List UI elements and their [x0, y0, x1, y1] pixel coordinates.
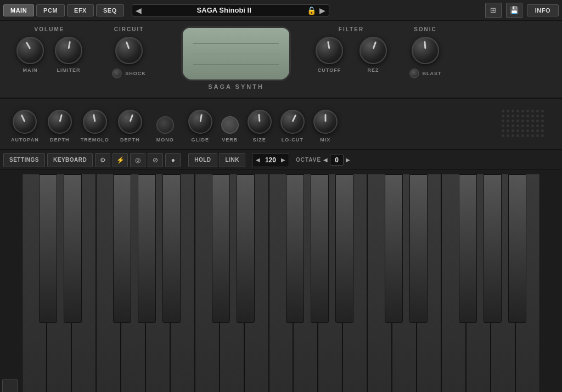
depth-label: DEPTH [50, 137, 70, 143]
limiter-knob[interactable] [55, 37, 82, 64]
grille-dot [526, 120, 529, 122]
main-volume-knob[interactable] [16, 37, 44, 64]
nav-seq[interactable]: SEQ [96, 4, 124, 16]
verb-label: VERB [222, 137, 238, 143]
octave-value: 0 [330, 155, 344, 166]
settings-button[interactable]: SETTINGS [3, 153, 45, 167]
grille-dot [502, 110, 504, 112]
nav-efx[interactable]: EFX [67, 4, 94, 16]
circuit-knob[interactable] [115, 37, 143, 64]
tempo-up-button[interactable]: ▶ [281, 157, 285, 163]
record-icon-button[interactable]: ● [165, 153, 181, 167]
black-key[interactable] [237, 174, 255, 323]
locut-label: LO-CUT [282, 137, 304, 143]
blast-led[interactable] [409, 69, 419, 78]
hold-link-area: HOLD LINK [188, 153, 245, 167]
slash-icon-button[interactable]: ⊘ [148, 153, 163, 167]
autopan-knob[interactable] [13, 110, 37, 134]
locut-group: LO-CUT [280, 110, 305, 143]
nav-pcm[interactable]: PCM [36, 4, 65, 16]
glide-label: GLIDE [191, 137, 209, 143]
grille-dot [526, 115, 529, 117]
pitch-button[interactable] [2, 379, 18, 392]
black-key[interactable] [409, 174, 428, 323]
autopan-group: AUTOPAN [11, 110, 39, 143]
black-key[interactable] [138, 174, 156, 323]
black-key[interactable] [484, 174, 502, 323]
octave-up-button[interactable]: ▶ [346, 157, 350, 163]
link-button[interactable]: LINK [220, 153, 245, 167]
pitch-mod-area [0, 170, 22, 392]
depth-group: DEPTH [48, 110, 72, 143]
keyboard-button[interactable]: KEYBOARD [47, 153, 93, 167]
glide-knob[interactable] [188, 110, 212, 134]
verb-led[interactable] [221, 116, 239, 134]
prev-preset-button[interactable]: ◀ [136, 6, 142, 15]
circuit-label: CIRCUIT [114, 26, 144, 32]
tremolo-knob[interactable] [83, 110, 107, 134]
tempo-down-button[interactable]: ◀ [256, 157, 260, 163]
rez-knob[interactable] [359, 37, 387, 64]
bluetooth-icon-button[interactable]: ⚡ [113, 153, 128, 167]
black-key[interactable] [286, 174, 304, 323]
main-volume-group: MAIN [16, 37, 44, 73]
black-key[interactable] [459, 174, 477, 323]
grille-dot [512, 110, 514, 112]
black-key[interactable] [113, 174, 131, 323]
limiter-label: LIMITER [57, 67, 81, 73]
hold-button[interactable]: HOLD [188, 153, 217, 167]
octave-down-button[interactable]: ◀ [323, 157, 328, 163]
circle-icon-button[interactable]: ◎ [130, 153, 145, 167]
grille-dot [502, 115, 504, 117]
rez-label: REZ [368, 67, 379, 73]
grille-dot [521, 124, 524, 127]
grille-dot [516, 115, 519, 117]
size-group: SIZE [248, 110, 272, 143]
black-key[interactable] [508, 174, 526, 323]
shock-led[interactable] [112, 69, 122, 78]
black-key[interactable] [335, 174, 353, 323]
cutoff-knob[interactable] [316, 37, 343, 64]
grille-dot [502, 134, 504, 137]
grille-dot [526, 110, 529, 112]
locut-knob[interactable] [280, 110, 305, 134]
black-key[interactable] [64, 174, 82, 323]
grille-dot [512, 129, 514, 132]
grille-dot [536, 115, 539, 117]
grille-dot [516, 129, 519, 132]
cutoff-label: CUTOFF [318, 67, 341, 73]
synth-middle: AUTOPAN DEPTH TREMOLO DEPTH MONO GLI [0, 99, 562, 150]
display-line-3 [193, 64, 278, 65]
size-label: SIZE [253, 137, 266, 143]
grille-dot [512, 134, 514, 137]
save-icon-button[interactable]: 💾 [506, 3, 522, 18]
tempo-area: ◀ 120 ▶ [252, 153, 289, 167]
grille-dot [516, 134, 519, 137]
depth2-knob[interactable] [118, 110, 142, 134]
black-key[interactable] [385, 174, 403, 323]
black-key[interactable] [39, 174, 57, 323]
grille-dot [536, 110, 539, 112]
circuit-knob-group: SHOCK [112, 37, 146, 78]
mix-knob[interactable] [313, 110, 338, 134]
blast-knob[interactable] [412, 37, 439, 64]
next-preset-button[interactable]: ▶ [319, 6, 325, 15]
synth-top: VOLUME MAIN LIMITER CIRCUIT [0, 21, 562, 99]
black-key[interactable] [311, 174, 329, 323]
grille-dot [526, 124, 529, 127]
size-knob[interactable] [248, 110, 272, 134]
grid-icon-button[interactable]: ⊞ [485, 3, 502, 18]
black-key[interactable] [212, 174, 230, 323]
tremolo-group: TREMOLO [81, 110, 109, 143]
info-button[interactable]: INFO [527, 4, 559, 16]
tune-icon-button[interactable]: ⚙ [95, 153, 110, 167]
nav-main[interactable]: MAIN [3, 4, 34, 16]
volume-section: VOLUME MAIN LIMITER [11, 26, 88, 73]
grille-dot [531, 115, 534, 117]
preset-lock-icon: 🔒 [307, 6, 316, 15]
keyboard-area: C2 C3 C4 PITCH MOD [0, 170, 562, 392]
mono-button[interactable] [156, 116, 174, 134]
depth-knob[interactable] [48, 110, 72, 134]
keyboard-wrapper: C2 C3 C4 PITCH MOD [0, 170, 562, 392]
black-key[interactable] [162, 174, 181, 323]
